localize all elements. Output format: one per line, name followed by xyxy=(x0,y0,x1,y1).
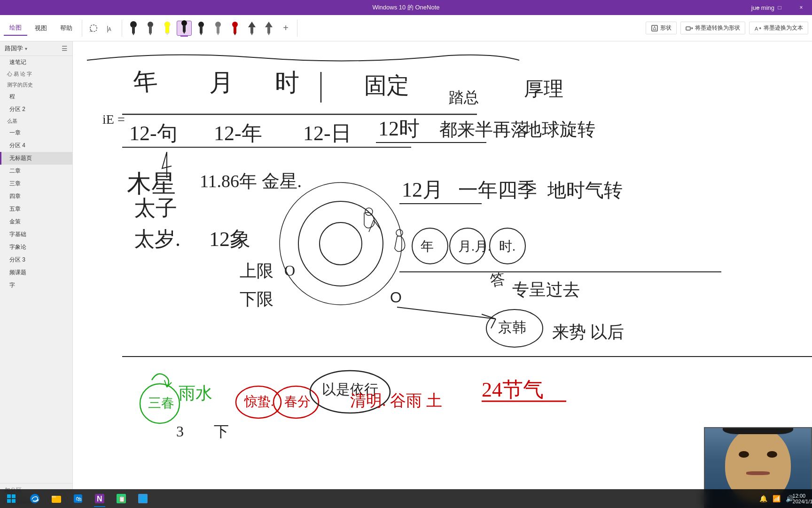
pen-selected-tool[interactable] xyxy=(177,21,192,36)
svg-rect-20 xyxy=(217,26,219,33)
highlighter-yellow-tool[interactable] xyxy=(160,21,175,36)
lasso-select-tool[interactable]: A xyxy=(86,21,101,36)
svg-text:O: O xyxy=(390,289,402,306)
svg-marker-30 xyxy=(267,33,270,35)
svg-text:.: . xyxy=(449,102,450,106)
svg-text:A: A xyxy=(755,26,758,32)
sidebar-item-speedwrite[interactable]: 速笔记 xyxy=(0,56,72,69)
shapes-icon xyxy=(651,24,658,32)
taskbar-network[interactable]: 📶 xyxy=(771,493,782,504)
taskbar-app6[interactable]: 🌐 xyxy=(133,489,153,508)
svg-point-93 xyxy=(30,494,39,503)
svg-text:一年四季: 一年四季 xyxy=(458,179,537,201)
sidebar-item-zixianglun[interactable]: 字象论 xyxy=(0,241,72,254)
tab-help[interactable]: 帮助 xyxy=(55,21,78,36)
notebook-dropdown-icon: ▾ xyxy=(25,46,27,51)
handwriting-area: 年 月 时 固定 踏总 . 厚理 12-句 12-年 xyxy=(73,41,812,508)
sidebar-sort-icon[interactable]: ☰ xyxy=(62,45,68,52)
sidebar-item-zi[interactable]: 字 xyxy=(0,279,72,292)
svg-marker-8 xyxy=(149,33,152,35)
sidebar-item-jince[interactable]: 金策 xyxy=(0,215,72,228)
sidebar-item-ch4[interactable]: 四章 xyxy=(0,190,72,203)
text-cursor-tool[interactable]: | A xyxy=(103,21,118,36)
sidebar-subitem-meji[interactable]: 么基 xyxy=(0,116,72,127)
svg-text:固定: 固定 xyxy=(364,73,409,98)
svg-text:来势 以后: 来势 以后 xyxy=(552,323,624,341)
svg-text:12月: 12月 xyxy=(402,178,443,201)
svg-rect-90 xyxy=(12,494,16,498)
sidebar-item-section3[interactable]: 分区 3 xyxy=(0,254,72,266)
convert-to-shape-button[interactable]: 将墨迹转换为形状 xyxy=(680,22,745,34)
svg-marker-14 xyxy=(183,32,186,34)
pen-medium-tool[interactable] xyxy=(143,21,158,36)
tab-draw[interactable]: 绘图 xyxy=(4,21,27,36)
add-tool-button[interactable]: + xyxy=(278,21,293,36)
svg-marker-21 xyxy=(217,33,219,35)
svg-marker-25 xyxy=(248,22,256,27)
svg-marker-28 xyxy=(265,22,273,27)
pen-tri2-tool[interactable] xyxy=(261,21,276,36)
taskbar-app5[interactable]: 📋 xyxy=(111,489,132,508)
svg-marker-11 xyxy=(165,33,169,35)
tab-view[interactable]: 视图 xyxy=(29,21,53,36)
shapes-label: 形状 xyxy=(660,24,671,32)
sidebar-item-cheng[interactable]: 程 xyxy=(0,90,72,103)
taskbar-store[interactable]: 🛍 xyxy=(68,489,88,508)
hair-shape xyxy=(723,427,793,434)
pen-tri1-tool[interactable] xyxy=(244,21,259,36)
svg-point-49 xyxy=(320,222,362,265)
onenote-icon: N xyxy=(94,493,105,504)
sidebar-item-section2[interactable]: 分区 2 xyxy=(0,103,72,116)
convert-shape-icon xyxy=(686,24,693,32)
right-eye xyxy=(767,451,777,458)
taskbar-explorer[interactable] xyxy=(46,489,67,508)
pen-red-tool[interactable] xyxy=(227,21,242,36)
pen-dark2-tool[interactable] xyxy=(194,21,209,36)
svg-text:清明. 谷雨 土: 清明. 谷雨 土 xyxy=(350,392,442,409)
ribbon: 绘图 视图 帮助 A | A xyxy=(0,15,812,41)
explorer-icon xyxy=(51,493,62,504)
sidebar-item-ch1[interactable]: 一章 xyxy=(0,127,72,139)
taskbar-onenote[interactable]: N xyxy=(89,489,110,508)
svg-text:下限: 下限 xyxy=(240,290,273,309)
svg-text:太岁.: 太岁. xyxy=(134,228,180,251)
svg-marker-5 xyxy=(132,33,135,35)
sidebar-subitem-yilunzi[interactable]: 心 易 论 字 xyxy=(0,69,72,79)
svg-text:12时: 12时 xyxy=(378,117,420,140)
sidebar-item-ch5[interactable]: 五章 xyxy=(0,203,72,215)
taskbar-time: 12:00 xyxy=(793,493,812,499)
sidebar: 路国学 ▾ ☰ 速笔记 心 易 论 字 测字的历史 程 分区 2 么基 一章 分… xyxy=(0,41,73,508)
sidebar-item-pinke[interactable]: 频课题 xyxy=(0,266,72,279)
notebook-name: 路国学 xyxy=(5,44,23,53)
taskbar-notification[interactable]: 🔔 xyxy=(757,493,769,504)
app-title: Windows 10 的 OneNote xyxy=(372,3,439,12)
svg-rect-15 xyxy=(180,35,188,37)
svg-rect-13 xyxy=(183,25,186,32)
shapes-button[interactable]: 形状 xyxy=(646,22,677,34)
pen-black-tool[interactable] xyxy=(126,21,141,36)
minimize-button[interactable]: – xyxy=(747,0,769,15)
start-button[interactable] xyxy=(0,489,23,508)
maximize-button[interactable]: □ xyxy=(769,0,790,15)
note-canvas[interactable]: 年 月 时 固定 踏总 . 厚理 12-句 12-年 xyxy=(73,41,812,508)
svg-text:🛍: 🛍 xyxy=(76,495,82,502)
sidebar-item-ch3[interactable]: 三章 xyxy=(0,177,72,190)
sidebar-item-untitled[interactable]: 无标题页 xyxy=(0,152,72,165)
windows-icon xyxy=(7,494,16,503)
close-button[interactable]: × xyxy=(790,0,812,15)
svg-text:3: 3 xyxy=(176,423,184,440)
pen-black-icon xyxy=(128,21,139,36)
svg-text:雨水: 雨水 xyxy=(179,384,212,403)
svg-text:春分: 春分 xyxy=(284,394,311,409)
taskbar-edge[interactable] xyxy=(24,489,45,508)
sidebar-subitem-history[interactable]: 测字的历史 xyxy=(0,79,72,90)
notebook-selector[interactable]: 路国学 ▾ xyxy=(5,44,27,53)
pen-gray-tool[interactable] xyxy=(211,21,226,36)
svg-text:京韩: 京韩 xyxy=(498,319,526,335)
app5-icon: 📋 xyxy=(116,493,127,504)
lasso-icon: A xyxy=(89,24,98,33)
sidebar-item-zijichu[interactable]: 字基础 xyxy=(0,228,72,241)
sidebar-item-section4[interactable]: 分区 4 xyxy=(0,139,72,152)
convert-to-text-button[interactable]: A 将墨迹换为文本 xyxy=(749,22,808,34)
sidebar-item-ch2[interactable]: 二章 xyxy=(0,165,72,177)
